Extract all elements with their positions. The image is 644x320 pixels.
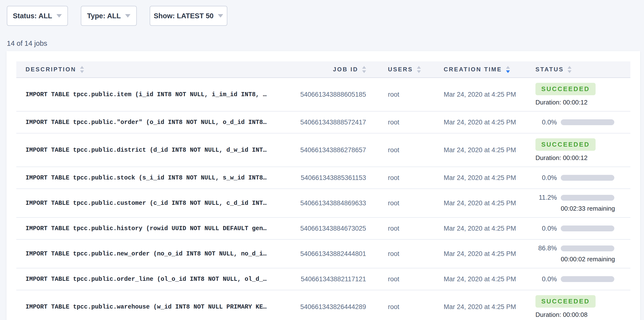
chevron-down-icon bbox=[56, 14, 62, 18]
job-creation-time: Mar 24, 2020 at 4:25 PM bbox=[444, 174, 536, 182]
job-description[interactable]: IMPORT TABLE tpcc.public.item (i_id INT8… bbox=[16, 91, 278, 98]
status-badge: SUCCEEDED bbox=[536, 295, 596, 307]
job-duration: Duration: 00:00:08 bbox=[536, 311, 630, 318]
progress-percent: 86.8% bbox=[536, 244, 557, 252]
job-status-cell: 86.8% 00:00:02 remaining bbox=[536, 244, 630, 263]
jobs-table-card: DESCRIPTION JOB ID USERS CREATION TIME S… bbox=[6, 51, 640, 320]
column-header-status[interactable]: STATUS bbox=[536, 66, 630, 73]
progress-percent: 0.0% bbox=[536, 225, 557, 232]
type-filter-dropdown[interactable]: Type: ALL bbox=[81, 6, 137, 26]
status-badge: SUCCEEDED bbox=[536, 138, 596, 151]
column-header-description[interactable]: DESCRIPTION bbox=[16, 66, 278, 73]
table-row[interactable]: IMPORT TABLE tpcc.public.district (d_id … bbox=[16, 133, 630, 167]
job-description[interactable]: IMPORT TABLE tpcc.public.stock (s_i_id I… bbox=[16, 174, 278, 181]
job-creation-time: Mar 24, 2020 at 4:25 PM bbox=[444, 146, 536, 154]
job-creation-time: Mar 24, 2020 at 4:25 PM bbox=[444, 225, 536, 232]
progress-bar bbox=[561, 195, 614, 201]
job-status-cell: SUCCEEDED Duration: 00:00:12 bbox=[536, 138, 630, 162]
job-user: root bbox=[388, 199, 444, 207]
progress-percent: 0.0% bbox=[536, 119, 557, 126]
show-filter-dropdown[interactable]: Show: LATEST 50 bbox=[150, 6, 227, 26]
table-row[interactable]: IMPORT TABLE tpcc.public.item (i_id INT8… bbox=[16, 78, 630, 112]
job-user: root bbox=[388, 275, 444, 283]
table-row[interactable]: IMPORT TABLE tpcc.public.new_order (no_o… bbox=[16, 240, 630, 268]
job-creation-time: Mar 24, 2020 at 4:25 PM bbox=[444, 199, 536, 207]
progress-percent: 11.2% bbox=[536, 194, 557, 201]
job-creation-time: Mar 24, 2020 at 4:25 PM bbox=[444, 303, 536, 311]
job-user: root bbox=[388, 91, 444, 98]
time-remaining: 00:00:02 remaining bbox=[561, 255, 614, 263]
job-creation-time: Mar 24, 2020 at 4:25 PM bbox=[444, 119, 536, 126]
table-row[interactable]: IMPORT TABLE tpcc.public.order_line (ol_… bbox=[16, 268, 630, 290]
job-status-cell: SUCCEEDED Duration: 00:00:12 bbox=[536, 83, 630, 106]
progress-bar bbox=[561, 119, 614, 125]
time-remaining: 00:02:33 remaining bbox=[561, 205, 614, 212]
status-filter-dropdown[interactable]: Status: ALL bbox=[7, 6, 68, 26]
progress-bar bbox=[561, 225, 614, 231]
table-row[interactable]: IMPORT TABLE tpcc.public.stock (s_i_id I… bbox=[16, 167, 630, 189]
sort-arrows-icon[interactable] bbox=[417, 66, 421, 73]
job-id: 540661343885361153 bbox=[278, 174, 388, 182]
job-description[interactable]: IMPORT TABLE tpcc.public.district (d_id … bbox=[16, 147, 278, 154]
job-id: 540661343888605185 bbox=[278, 91, 388, 98]
jobs-table-body: IMPORT TABLE tpcc.public.item (i_id INT8… bbox=[16, 78, 630, 320]
table-row[interactable]: IMPORT TABLE tpcc.public.customer (c_id … bbox=[16, 189, 630, 218]
job-user: root bbox=[388, 174, 444, 182]
job-id: 540661343882117121 bbox=[278, 275, 388, 283]
table-row[interactable]: IMPORT TABLE tpcc.public.history (rowid … bbox=[16, 218, 630, 240]
job-status-cell: 0.0% bbox=[536, 225, 630, 232]
sort-arrows-icon[interactable] bbox=[568, 66, 572, 73]
job-description[interactable]: IMPORT TABLE tpcc.public.new_order (no_o… bbox=[16, 250, 278, 257]
column-header-creation-time[interactable]: CREATION TIME bbox=[444, 66, 536, 73]
job-user: root bbox=[388, 119, 444, 126]
job-description[interactable]: IMPORT TABLE tpcc.public.history (rowid … bbox=[16, 225, 278, 232]
chevron-down-icon bbox=[218, 14, 223, 18]
job-description[interactable]: IMPORT TABLE tpcc.public."order" (o_id I… bbox=[16, 119, 278, 126]
job-id: 540661343884673025 bbox=[278, 225, 388, 232]
column-header-status-label: STATUS bbox=[536, 66, 564, 73]
progress-bar bbox=[561, 175, 614, 181]
column-header-description-label: DESCRIPTION bbox=[26, 66, 76, 73]
job-user: root bbox=[388, 225, 444, 232]
job-id: 540661343882444801 bbox=[278, 250, 388, 258]
type-filter-label: Type: ALL bbox=[87, 12, 121, 20]
status-filter-label: Status: ALL bbox=[13, 12, 52, 20]
job-status-cell: 0.0% bbox=[536, 275, 630, 283]
job-user: root bbox=[388, 250, 444, 258]
progress-percent: 0.0% bbox=[536, 174, 557, 182]
job-id: 540661343826444289 bbox=[278, 303, 388, 311]
job-id: 540661343888572417 bbox=[278, 119, 388, 126]
sort-arrows-icon[interactable] bbox=[506, 66, 510, 73]
column-header-users-label: USERS bbox=[388, 66, 413, 73]
column-header-creation-time-label: CREATION TIME bbox=[444, 66, 502, 73]
filter-bar: Status: ALL Type: ALL Show: LATEST 50 bbox=[0, 0, 644, 26]
job-description[interactable]: IMPORT TABLE tpcc.public.order_line (ol_… bbox=[16, 276, 278, 283]
table-row[interactable]: IMPORT TABLE tpcc.public."order" (o_id I… bbox=[16, 112, 630, 133]
column-header-users[interactable]: USERS bbox=[388, 66, 444, 73]
job-creation-time: Mar 24, 2020 at 4:25 PM bbox=[444, 250, 536, 258]
job-duration: Duration: 00:00:12 bbox=[536, 154, 630, 162]
job-status-cell: 11.2% 00:02:33 remaining bbox=[536, 194, 630, 212]
chevron-down-icon bbox=[125, 14, 130, 18]
job-description[interactable]: IMPORT TABLE tpcc.public.warehouse (w_id… bbox=[16, 303, 278, 310]
job-duration: Duration: 00:00:12 bbox=[536, 99, 630, 106]
show-filter-label: Show: LATEST 50 bbox=[154, 12, 214, 20]
jobs-table-header: DESCRIPTION JOB ID USERS CREATION TIME S… bbox=[16, 61, 630, 78]
status-badge: SUCCEEDED bbox=[536, 83, 596, 95]
job-creation-time: Mar 24, 2020 at 4:25 PM bbox=[444, 91, 536, 98]
sort-arrows-icon[interactable] bbox=[80, 66, 84, 73]
sort-arrows-icon[interactable] bbox=[362, 66, 366, 73]
column-header-job-id[interactable]: JOB ID bbox=[278, 66, 388, 73]
job-id: 540661343886278657 bbox=[278, 146, 388, 154]
job-status-cell: SUCCEEDED Duration: 00:00:08 bbox=[536, 295, 630, 318]
progress-percent: 0.0% bbox=[536, 275, 557, 283]
job-id: 540661343884869633 bbox=[278, 199, 388, 207]
progress-bar bbox=[561, 245, 614, 251]
job-status-cell: 0.0% bbox=[536, 174, 630, 182]
jobs-count-label: 14 of 14 jobs bbox=[7, 40, 644, 48]
table-row[interactable]: IMPORT TABLE tpcc.public.warehouse (w_id… bbox=[16, 290, 630, 320]
progress-bar bbox=[561, 276, 614, 282]
column-header-job-id-label: JOB ID bbox=[333, 66, 358, 73]
job-description[interactable]: IMPORT TABLE tpcc.public.customer (c_id … bbox=[16, 200, 278, 207]
job-user: root bbox=[388, 146, 444, 154]
